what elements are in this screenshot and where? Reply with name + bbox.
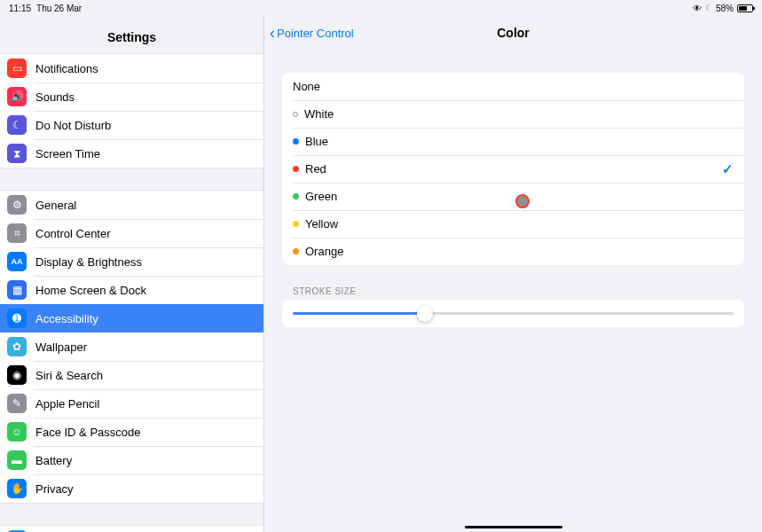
faceid-icon: ☺ xyxy=(7,422,27,442)
sidebar-item-label: Screen Time xyxy=(35,147,100,160)
color-option-label: None xyxy=(293,80,320,93)
checkmark-icon: ✓ xyxy=(722,161,734,177)
sidebar-item-label: Face ID & Passcode xyxy=(35,426,141,439)
battery-pct: 58% xyxy=(716,4,734,13)
sidebar-title: Settings xyxy=(0,16,263,53)
sidebar-item-label: Home Screen & Dock xyxy=(35,284,146,297)
color-list: NoneWhiteBlueRed✓GreenYellowOrange xyxy=(282,73,744,265)
sidebar-item-sounds[interactable]: 🔊Sounds xyxy=(0,82,263,111)
battery-icon: ▬ xyxy=(7,450,27,470)
color-dot-icon xyxy=(293,166,299,172)
color-dot-icon xyxy=(293,248,299,254)
color-option-blue[interactable]: Blue xyxy=(282,128,744,155)
wallpaper-icon: ✿ xyxy=(7,337,27,356)
slider-knob[interactable] xyxy=(417,306,433,322)
color-option-green[interactable]: Green xyxy=(282,183,744,210)
detail-pane: ‹ Pointer Control Color NoneWhiteBlueRed… xyxy=(264,16,762,532)
detail-header: ‹ Pointer Control Color xyxy=(264,16,762,50)
moon-icon: ☾ xyxy=(705,4,712,12)
home-indicator[interactable] xyxy=(465,526,562,528)
status-bar: 11:15 Thu 26 Mar 👁 ☾ 58% xyxy=(0,0,762,16)
sidebar-item-label: Battery xyxy=(35,454,72,467)
color-dot-icon xyxy=(293,193,299,200)
sidebar-item-label: Siri & Search xyxy=(35,369,103,382)
status-date: Thu 26 Mar xyxy=(36,4,82,13)
control-center-icon: ⌗ xyxy=(7,223,27,243)
sidebar-item-battery[interactable]: ▬Battery xyxy=(0,446,263,474)
color-dot-icon xyxy=(293,138,299,145)
eye-icon: 👁 xyxy=(693,4,702,13)
sidebar-item-label: Sounds xyxy=(35,90,75,104)
status-time: 11:15 xyxy=(9,4,31,13)
stroke-size-slider[interactable] xyxy=(293,312,734,315)
color-option-label: Yellow xyxy=(305,217,338,231)
sidebar-item-itunes-app-store[interactable]: ⒶiTunes & App Store xyxy=(0,526,263,532)
sidebar-item-control-center[interactable]: ⌗Control Center xyxy=(0,219,263,247)
color-option-white[interactable]: White xyxy=(282,100,744,128)
sidebar-item-wallpaper[interactable]: ✿Wallpaper xyxy=(0,332,263,361)
notifications-icon: ▭ xyxy=(7,59,27,78)
display-icon: AA xyxy=(7,252,27,271)
sidebar-item-siri-search[interactable]: ◉Siri & Search xyxy=(0,361,263,389)
back-button[interactable]: ‹ Pointer Control xyxy=(270,25,354,41)
color-option-yellow[interactable]: Yellow xyxy=(282,210,744,238)
color-option-label: Blue xyxy=(305,135,328,148)
color-option-none[interactable]: None xyxy=(282,73,744,100)
back-label: Pointer Control xyxy=(277,27,354,40)
sounds-icon: 🔊 xyxy=(7,87,27,106)
sidebar-item-label: Privacy xyxy=(35,482,74,496)
chevron-left-icon: ‹ xyxy=(270,25,275,41)
color-option-label: Red xyxy=(305,162,326,176)
sidebar-item-screen-time[interactable]: ⧗Screen Time xyxy=(0,139,263,168)
sidebar: Settings ▭Notifications🔊Sounds☾Do Not Di… xyxy=(0,16,264,532)
pointer-cursor-icon xyxy=(515,194,530,208)
color-option-orange[interactable]: Orange xyxy=(282,238,744,265)
detail-title: Color xyxy=(497,26,530,40)
sidebar-item-notifications[interactable]: ▭Notifications xyxy=(0,54,263,82)
color-option-red[interactable]: Red✓ xyxy=(282,155,744,183)
sidebar-item-general[interactable]: ⚙General xyxy=(0,191,263,219)
sidebar-item-label: Display & Brightness xyxy=(35,255,142,269)
color-option-label: Orange xyxy=(305,245,343,258)
stroke-size-label: STROKE SIZE xyxy=(293,286,744,296)
color-dot-icon xyxy=(293,112,298,117)
sidebar-item-privacy[interactable]: ✋Privacy xyxy=(0,474,263,503)
sidebar-item-label: Apple Pencil xyxy=(35,397,99,411)
sidebar-item-apple-pencil[interactable]: ✎Apple Pencil xyxy=(0,389,263,418)
sidebar-item-label: Do Not Disturb xyxy=(35,119,111,132)
color-option-label: White xyxy=(304,107,334,121)
screen-time-icon: ⧗ xyxy=(7,144,27,163)
sidebar-item-label: Wallpaper xyxy=(35,340,87,354)
sidebar-item-label: Accessibility xyxy=(35,312,98,325)
dnd-icon: ☾ xyxy=(7,115,27,135)
sidebar-item-face-id-passcode[interactable]: ☺Face ID & Passcode xyxy=(0,418,263,446)
battery-icon xyxy=(737,4,753,12)
sidebar-item-label: Notifications xyxy=(35,62,98,75)
sidebar-item-label: General xyxy=(35,199,76,212)
home-screen-icon: ▦ xyxy=(7,280,27,300)
color-dot-icon xyxy=(293,221,299,227)
privacy-icon: ✋ xyxy=(7,479,27,498)
pencil-icon: ✎ xyxy=(7,394,27,413)
color-option-label: Green xyxy=(305,190,337,203)
accessibility-icon: ➊ xyxy=(7,309,27,328)
sidebar-item-home-screen-dock[interactable]: ▦Home Screen & Dock xyxy=(0,276,263,304)
siri-icon: ◉ xyxy=(7,365,27,385)
sidebar-item-display-brightness[interactable]: AADisplay & Brightness xyxy=(0,247,263,276)
sidebar-item-label: Control Center xyxy=(35,227,111,240)
sidebar-item-do-not-disturb[interactable]: ☾Do Not Disturb xyxy=(0,111,263,139)
stroke-size-slider-card xyxy=(282,300,744,327)
general-icon: ⚙ xyxy=(7,195,27,215)
sidebar-item-accessibility[interactable]: ➊Accessibility xyxy=(0,304,263,332)
